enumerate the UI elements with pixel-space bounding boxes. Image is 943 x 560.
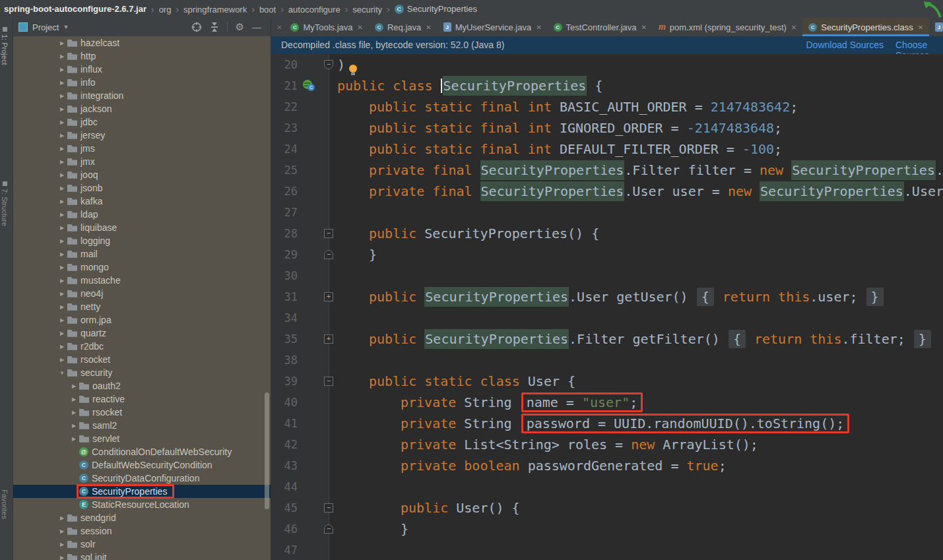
editor-tab[interactable]: JMyUserService.java✕: [438, 18, 548, 36]
code-line[interactable]: 35+public SecurityProperties.Filter getF…: [271, 328, 943, 350]
tree-item[interactable]: ▼security: [13, 366, 271, 379]
tree-item[interactable]: ▶jsonb: [13, 181, 271, 195]
tree-item[interactable]: ▶jackson: [13, 102, 271, 115]
code-line[interactable]: 39−public static class User {: [271, 371, 943, 392]
chevron-collapsed-icon[interactable]: ▶: [57, 304, 67, 310]
chevron-collapsed-icon[interactable]: ▶: [57, 67, 67, 73]
code-line[interactable]: 38: [271, 350, 943, 371]
chevron-collapsed-icon[interactable]: ▶: [57, 212, 67, 218]
fold-collapse-icon[interactable]: −: [324, 60, 333, 69]
tree-item[interactable]: @ConditionalOnDefaultWebSecurity: [13, 445, 271, 458]
chevron-collapsed-icon[interactable]: ▶: [57, 133, 67, 139]
breadcrumb-item[interactable]: springframework: [183, 5, 247, 15]
tree-item[interactable]: ▶quartz: [13, 327, 271, 340]
editor-tab[interactable]: CReq.java✕: [369, 18, 438, 36]
fold-collapse-icon[interactable]: −: [324, 229, 333, 238]
chevron-collapsed-icon[interactable]: ▶: [57, 344, 67, 350]
breadcrumb-root[interactable]: spring-boot-autoconfigure-2.6.7.jar: [4, 4, 146, 14]
tree-item[interactable]: ▶sql.init: [13, 551, 271, 560]
fold-collapse-icon[interactable]: −: [324, 377, 333, 386]
chevron-collapsed-icon[interactable]: ▶: [57, 515, 67, 521]
tree-scrollbar[interactable]: [265, 392, 269, 509]
code-line[interactable]: 46−}: [271, 518, 943, 540]
fold-expand-icon[interactable]: +: [324, 292, 333, 301]
tree-item[interactable]: ▶http: [13, 49, 271, 63]
breadcrumb-leaf[interactable]: SecurityProperties: [407, 4, 477, 14]
tree-item[interactable]: ▶rsocket: [13, 406, 271, 419]
chevron-collapsed-icon[interactable]: ▶: [57, 317, 67, 323]
close-icon[interactable]: ✕: [426, 24, 431, 31]
stripe-project-button[interactable]: 1: Project: [1, 27, 9, 65]
project-panel-title[interactable]: Project: [32, 22, 59, 32]
tree-item[interactable]: ▶netty: [13, 300, 271, 313]
tree-item[interactable]: ▶jms: [13, 142, 271, 155]
chevron-expanded-icon[interactable]: ▼: [57, 370, 67, 376]
code-line[interactable]: 27: [271, 202, 943, 223]
chevron-collapsed-icon[interactable]: ▶: [57, 40, 67, 46]
chevron-collapsed-icon[interactable]: ▶: [57, 53, 67, 59]
tree-item[interactable]: CSecurityProperties: [13, 485, 271, 498]
code-line[interactable]: 40private String name = "user";: [271, 392, 943, 413]
breadcrumb-item[interactable]: autoconfigure: [288, 5, 341, 15]
code-line[interactable]: 30: [271, 265, 943, 286]
chevron-collapsed-icon[interactable]: ▶: [57, 159, 67, 165]
code-line[interactable]: 47: [271, 540, 943, 560]
editor-tab[interactable]: JMy: [929, 18, 943, 36]
tree-item[interactable]: ▶liquibase: [13, 221, 271, 234]
locate-icon[interactable]: [191, 22, 202, 32]
tree-item[interactable]: ▶servlet: [13, 432, 271, 445]
code-line[interactable]: 22public static final int BASIC_AUTH_ORD…: [271, 96, 943, 117]
close-icon[interactable]: ✕: [918, 24, 923, 31]
class-gutter-icon[interactable]: C: [303, 80, 316, 92]
chevron-collapsed-icon[interactable]: ▶: [57, 80, 67, 86]
code-line[interactable]: 44: [271, 476, 943, 497]
editor-tab[interactable]: CSecurityProperties.class✕: [802, 18, 929, 36]
close-icon[interactable]: ✕: [271, 18, 284, 36]
tree-item[interactable]: EStaticResourceLocation: [13, 498, 271, 511]
chevron-collapsed-icon[interactable]: ▶: [57, 185, 67, 191]
fold-expand-icon[interactable]: +: [324, 334, 333, 344]
chevron-collapsed-icon[interactable]: ▶: [69, 396, 79, 402]
tree-item[interactable]: ▶ldap: [13, 208, 271, 221]
tree-item[interactable]: ▶mail: [13, 247, 271, 261]
close-icon[interactable]: ✕: [536, 24, 541, 31]
tree-item[interactable]: ▶kafka: [13, 195, 271, 208]
fold-collapse-icon[interactable]: −: [324, 250, 333, 259]
close-icon[interactable]: ✕: [641, 24, 647, 31]
intention-bulb-icon[interactable]: [349, 65, 358, 76]
chevron-down-icon[interactable]: ▼: [63, 24, 69, 30]
tree-item[interactable]: ▶r2dbc: [13, 340, 271, 353]
chevron-collapsed-icon[interactable]: ▶: [57, 106, 67, 112]
tree-item[interactable]: ▶mustache: [13, 274, 271, 287]
breadcrumb-item[interactable]: org: [159, 5, 172, 15]
close-icon[interactable]: ✕: [358, 24, 363, 31]
code-line[interactable]: 34: [271, 307, 943, 328]
chevron-collapsed-icon[interactable]: ▶: [57, 225, 67, 231]
tree-item[interactable]: ▶sendgrid: [13, 511, 271, 524]
code-line[interactable]: 45−public User() {: [271, 497, 943, 518]
tree-item[interactable]: ▶reactive: [13, 392, 271, 406]
tree-item[interactable]: ▶jooq: [13, 168, 271, 181]
tree-item[interactable]: ▶influx: [13, 63, 271, 76]
tree-item[interactable]: ▶orm.jpa: [13, 313, 271, 327]
chevron-collapsed-icon[interactable]: ▶: [57, 357, 67, 363]
tree-item[interactable]: CDefaultWebSecurityCondition: [13, 458, 271, 472]
tree-item[interactable]: ▶logging: [13, 234, 271, 247]
tree-item[interactable]: ▶session: [13, 524, 271, 538]
chevron-collapsed-icon[interactable]: ▶: [69, 410, 79, 416]
chevron-collapsed-icon[interactable]: ▶: [69, 423, 79, 429]
chevron-collapsed-icon[interactable]: ▶: [57, 264, 67, 270]
chevron-collapsed-icon[interactable]: ▶: [57, 555, 67, 560]
chevron-collapsed-icon[interactable]: ▶: [69, 383, 79, 389]
code-line[interactable]: 28−public SecurityProperties() {: [271, 223, 943, 244]
tree-item[interactable]: ▶hazelcast: [13, 36, 271, 49]
tree-item[interactable]: ▶mongo: [13, 261, 271, 274]
chevron-collapsed-icon[interactable]: ▶: [57, 199, 67, 204]
tree-item[interactable]: ▶jersey: [13, 129, 271, 142]
chevron-collapsed-icon[interactable]: ▶: [57, 330, 67, 336]
code-line[interactable]: 25private final SecurityProperties.Filte…: [271, 160, 943, 181]
fold-collapse-icon[interactable]: −: [324, 503, 333, 513]
code-line[interactable]: 24public static final int DEFAULT_FILTER…: [271, 139, 943, 160]
chevron-collapsed-icon[interactable]: ▶: [57, 93, 67, 99]
tree-item[interactable]: ▶oauth2: [13, 379, 271, 392]
